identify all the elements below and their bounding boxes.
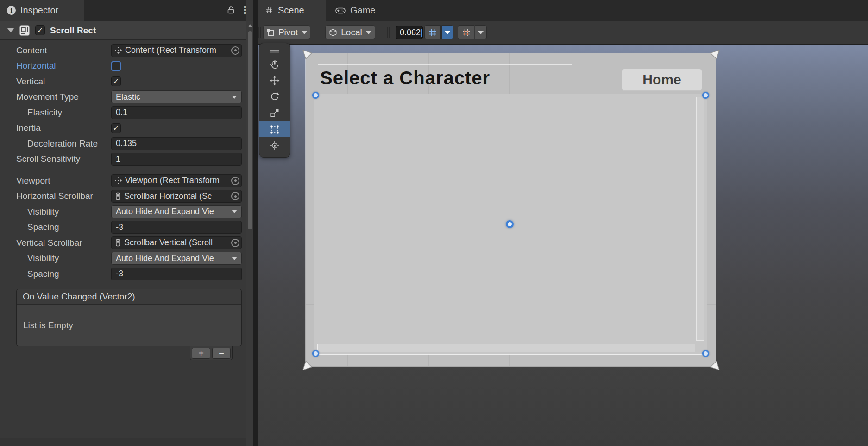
lock-icon[interactable] [226,6,235,16]
viewport-object-field[interactable]: Viewport (Rect Transform [111,174,242,187]
foldout-arrow-icon[interactable] [7,28,14,32]
control-vertical-scrollbar: Scrollbar Vertical (Scroll [111,236,242,249]
tool-buttons [259,56,290,153]
inspector-menu-icon[interactable]: ⋮ [240,5,250,15]
object-picker-icon[interactable] [231,192,239,200]
home-button-label: Home [642,72,681,88]
tab-inspector[interactable]: i Inspector [0,0,84,21]
panel-divider[interactable] [253,0,258,446]
movement-type-dropdown[interactable]: Elastic [111,90,242,103]
control-content: Content (Rect Transform [111,44,242,57]
spacing-field[interactable]: -3 [111,221,242,234]
horizontal-scrollbar-rect[interactable] [317,344,695,352]
character-select-title[interactable]: Select a Character [318,68,490,89]
selection-handle-top-right[interactable] [702,92,709,99]
component-enabled-checkbox[interactable]: ✓ [35,25,45,35]
hand-tool-button[interactable] [259,56,290,72]
toolbar-separator [260,27,261,38]
label-horizontal: Horizontal [16,61,56,71]
transform-tool-icon [270,140,280,151]
content-object-field[interactable]: Content (Rect Transform [111,44,242,57]
info-icon: i [7,6,16,15]
chevron-down-icon [302,31,307,34]
visibility-dropdown[interactable]: Auto Hide And Expand Vie [111,252,242,265]
label-content: Content [16,45,47,56]
event-box: On Value Changed (Vector2) List is Empty [16,289,242,346]
home-button[interactable]: Home [622,69,702,91]
chevron-down-icon [232,96,237,99]
rect-tool-button[interactable] [259,121,290,137]
visibility-dropdown[interactable]: Auto Hide And Expand Vie [111,205,242,218]
event-list-footer: + − [190,346,233,360]
pivot-handle[interactable] [506,220,514,228]
rotate-tool-icon [270,92,280,102]
scene-tab-label: Scene [278,5,304,16]
orientation-button[interactable]: Local [325,25,375,39]
scrollbar-thumb[interactable] [248,31,252,229]
row-movement-type: Movement TypeElastic [0,89,246,105]
title-text-rect[interactable]: Select a Character [318,64,572,91]
object-picker-icon[interactable] [231,177,239,185]
selection-handle-top-left[interactable] [312,92,319,99]
row-scroll-sensitivity: Scroll Sensitivity1 [0,152,246,167]
transform-tool-button[interactable] [259,137,290,153]
vertical-checkbox[interactable]: ✓ [111,76,121,86]
snap-settings-button[interactable] [458,25,474,39]
grid-snap-dropdown[interactable] [441,25,453,39]
grid-snap-toggle-button[interactable] [424,25,441,39]
deceleration-rate-field[interactable]: 0.135 [111,137,242,150]
scale-tool-button[interactable] [259,105,290,121]
pivot-mode-button[interactable]: Pivot [263,25,310,39]
overlay-drag-handle[interactable] [259,46,290,56]
rotate-tool-button[interactable] [259,89,290,105]
move-tool-button[interactable] [259,72,290,89]
event-title: On Value Changed (Vector2) [23,292,135,302]
inspector-scrollbar[interactable] [246,21,253,446]
chevron-down-icon [232,257,237,260]
grid-size-value: 0.062 [400,28,421,38]
add-event-button[interactable]: + [192,348,210,359]
row-visibility: VisibilityAuto Hide And Expand Vie [0,204,246,220]
check-icon: ✓ [113,77,119,86]
label-visibility: Visibility [27,207,59,217]
grid-snap-icon [428,28,437,37]
increment-snap-icon [462,28,471,37]
chevron-down-icon [445,31,450,34]
event-empty-label: List is Empty [23,320,73,331]
selection-handle-bottom-right[interactable] [702,350,709,357]
object-picker-icon[interactable] [231,239,239,247]
object-picker-icon[interactable] [231,46,239,55]
spacing-field[interactable]: -3 [111,268,242,280]
horizontal-checkbox[interactable] [111,61,121,71]
elasticity-field[interactable]: 0.1 [111,106,242,119]
inertia-checkbox[interactable]: ✓ [111,123,121,133]
inspector-bottom-divider [0,438,246,446]
scrollbar-up-arrow-icon[interactable] [248,24,252,27]
scroll-sensitivity-field[interactable]: 1 [111,153,242,166]
ui-canvas[interactable]: Select a Character Home [306,53,716,366]
vertical-scrollbar-rect[interactable] [696,97,704,341]
remove-event-button[interactable]: − [212,348,231,359]
event-box-body: List is Empty [17,305,241,346]
game-controller-icon [335,7,346,14]
selection-handle-bottom-left[interactable] [312,350,319,357]
snap-settings-dropdown[interactable] [475,25,487,39]
horizontal-scrollbar-object-field[interactable]: Scrollbar Horizontal (Sc [111,190,242,203]
inspector-tab-label: Inspector [20,5,58,16]
tab-scene[interactable]: Scene [258,0,326,21]
tab-game[interactable]: Game [331,0,384,21]
scene-viewport[interactable]: Select a Character Home [258,45,868,446]
grid-size-field[interactable]: 0.062 [396,26,423,39]
tools-overlay [259,43,290,158]
control-elasticity: 0.1 [111,106,242,119]
row-deceleration-rate: Deceleration Rate0.135 [0,136,246,152]
toolbar-separator [258,27,259,38]
scene-grid-icon [265,6,273,14]
check-icon: ✓ [37,26,43,35]
scrollbar-icon [114,239,121,247]
rect-transform-icon [114,46,122,54]
inspector-tab-bar: i Inspector ⋮ [0,0,246,21]
row-viewport: ViewportViewport (Rect Transform [0,173,246,189]
label-deceleration-rate: Deceleration Rate [27,139,98,149]
vertical-scrollbar-object-field[interactable]: Scrollbar Vertical (Scroll [111,236,242,249]
